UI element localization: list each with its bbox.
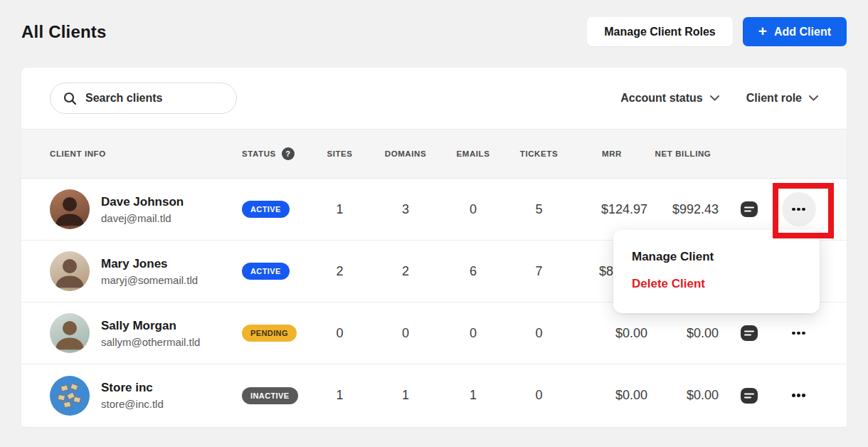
client-email: davej@mail.tld <box>101 212 184 224</box>
emails-cell: 0 <box>445 326 502 341</box>
topbar: All Clients Manage Client Roles + Add Cl… <box>0 0 868 46</box>
client-email: store@inc.tld <box>101 398 164 410</box>
clients-page: All Clients Manage Client Roles + Add Cl… <box>0 0 868 447</box>
client-email: sallym@othermail.tld <box>101 336 200 348</box>
avatar <box>50 251 90 291</box>
client-email: maryj@somemail.tld <box>101 274 198 286</box>
status-badge: INACTIVE <box>242 387 298 404</box>
menu-item-delete-client[interactable]: Delete Client <box>613 270 820 298</box>
sites-cell: 2 <box>313 264 366 279</box>
table-header-row: CLIENT INFO STATUS ? SITES DOMAINS EMAIL… <box>21 129 847 179</box>
tickets-cell: 0 <box>502 388 576 403</box>
column-header-domains: DOMAINS <box>366 149 445 158</box>
chevron-down-icon <box>710 95 719 101</box>
note-icon <box>741 201 758 217</box>
filter-account-status[interactable]: Account status <box>620 92 719 105</box>
filters: Account status Client role <box>620 92 818 105</box>
status-help-icon[interactable]: ? <box>282 147 295 160</box>
card-toolbar: Account status Client role <box>21 68 847 129</box>
notes-button[interactable] <box>741 388 758 404</box>
status-badge: ACTIVE <box>242 201 290 218</box>
more-actions-button[interactable] <box>782 192 816 226</box>
sites-cell: 0 <box>313 326 366 341</box>
search-box <box>50 83 237 114</box>
page-title: All Clients <box>21 22 107 42</box>
net-billing-cell: $0.00 <box>647 326 719 341</box>
client-name: Dave Johnson <box>101 195 184 209</box>
mrr-cell: $0.00 <box>576 326 647 341</box>
column-header-client-info: CLIENT INFO <box>50 149 242 158</box>
tickets-cell: 7 <box>502 264 576 279</box>
context-menu: Manage Client Delete Client <box>613 230 820 313</box>
sites-cell: 1 <box>313 388 366 403</box>
notes-button[interactable] <box>741 201 758 217</box>
note-icon <box>741 325 758 341</box>
menu-item-manage-client[interactable]: Manage Client <box>613 243 820 270</box>
domains-cell: 3 <box>366 202 445 217</box>
column-header-mrr: MRR <box>576 149 647 158</box>
add-client-label: Add Client <box>774 26 831 38</box>
mrr-cell: $124.97 <box>576 202 647 217</box>
client-name: Mary Jones <box>101 257 198 271</box>
status-badge: PENDING <box>242 325 297 342</box>
column-header-net-billing: NET BILLING <box>647 149 719 158</box>
note-icon <box>741 388 758 404</box>
client-name: Sally Morgan <box>101 319 200 333</box>
search-input[interactable] <box>85 92 223 105</box>
top-actions: Manage Client Roles + Add Client <box>587 17 847 46</box>
column-header-tickets: TICKETS <box>502 149 576 158</box>
notes-button[interactable] <box>741 325 758 341</box>
client-name: Store inc <box>101 381 164 395</box>
dots-icon <box>792 332 795 335</box>
manage-client-roles-button[interactable]: Manage Client Roles <box>587 17 732 46</box>
domains-cell: 0 <box>366 326 445 341</box>
avatar <box>50 313 90 353</box>
add-client-button[interactable]: + Add Client <box>743 17 847 46</box>
filter-client-role[interactable]: Client role <box>746 92 818 105</box>
filter-account-status-label: Account status <box>620 92 703 105</box>
table-row[interactable]: Store inc store@inc.tld INACTIVE 1 1 1 0… <box>21 364 847 426</box>
dots-icon <box>792 208 795 211</box>
search-icon <box>63 92 77 105</box>
dots-icon <box>792 394 795 397</box>
column-header-emails: EMAILS <box>445 149 502 158</box>
net-billing-cell: $992.43 <box>647 202 719 217</box>
domains-cell: 1 <box>366 388 445 403</box>
column-header-sites: SITES <box>313 149 366 158</box>
client-info-cell: Dave Johnson davej@mail.tld <box>50 189 242 229</box>
more-actions-button[interactable] <box>782 379 816 413</box>
sites-cell: 1 <box>313 202 366 217</box>
chevron-down-icon <box>809 95 818 101</box>
client-info-cell: Sally Morgan sallym@othermail.tld <box>50 313 242 353</box>
filter-client-role-label: Client role <box>746 92 802 105</box>
tickets-cell: 0 <box>502 326 576 341</box>
plus-icon: + <box>758 23 767 38</box>
emails-cell: 0 <box>445 202 502 217</box>
tickets-cell: 5 <box>502 202 576 217</box>
net-billing-cell: $0.00 <box>647 388 719 403</box>
status-badge: ACTIVE <box>242 263 290 280</box>
avatar <box>50 189 90 229</box>
column-header-status: STATUS ? <box>242 147 313 160</box>
client-info-cell: Mary Jones maryj@somemail.tld <box>50 251 242 291</box>
domains-cell: 2 <box>366 264 445 279</box>
more-actions-button[interactable] <box>782 316 816 350</box>
emails-cell: 1 <box>445 388 502 403</box>
emails-cell: 6 <box>445 264 502 279</box>
mrr-cell: $0.00 <box>576 388 647 403</box>
column-header-status-label: STATUS <box>242 149 276 158</box>
client-info-cell: Store inc store@inc.tld <box>50 376 242 416</box>
avatar <box>50 376 90 416</box>
